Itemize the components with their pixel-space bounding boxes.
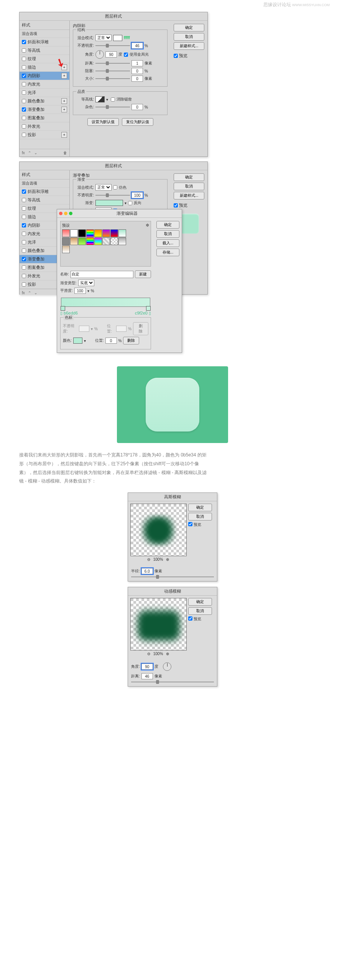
outer-glow-check[interactable] xyxy=(22,124,26,128)
trash-icon[interactable]: 🗑 xyxy=(63,151,67,155)
gradient-picker[interactable] xyxy=(95,200,123,206)
angle-dial[interactable] xyxy=(163,662,171,671)
new-style-button[interactable]: 新建样式... xyxy=(174,42,204,50)
styles-header[interactable]: 样式 xyxy=(20,170,69,180)
preset-swatch[interactable] xyxy=(118,229,126,237)
satin-check[interactable] xyxy=(22,91,26,95)
zoom-icon[interactable] xyxy=(69,212,72,215)
noise-value[interactable]: 0 xyxy=(131,104,143,110)
distance-slider[interactable] xyxy=(95,63,130,64)
preset-swatch[interactable] xyxy=(62,245,70,253)
style-pattern[interactable]: 图案叠加 xyxy=(20,114,69,122)
close-icon[interactable] xyxy=(59,212,62,215)
distance-value[interactable]: 46 xyxy=(141,673,153,679)
cancel-button[interactable]: 取消 xyxy=(174,183,204,190)
angle-value[interactable]: 90 xyxy=(105,51,117,58)
blend-options[interactable]: 混合选项 xyxy=(20,180,69,188)
style-drop-shadow[interactable]: 投影+ xyxy=(20,131,69,139)
zoom-out-icon[interactable]: ⊖ xyxy=(147,652,150,656)
texture-check[interactable] xyxy=(22,57,26,61)
gear-icon[interactable]: ✲ xyxy=(146,223,149,229)
delete-button[interactable]: 删除 xyxy=(123,337,139,344)
load-button[interactable]: 载入... xyxy=(156,239,179,247)
ok-button[interactable]: 确定 xyxy=(156,221,179,229)
arrow-down-icon[interactable]: ⌄ xyxy=(34,151,37,155)
style-inner-glow[interactable]: 内发光 xyxy=(20,80,69,89)
save-button[interactable]: 存储... xyxy=(156,249,179,256)
preset-swatch[interactable] xyxy=(102,229,110,237)
styles-header[interactable]: 样式 xyxy=(20,21,69,30)
add-icon[interactable]: + xyxy=(61,64,67,70)
preset-swatch[interactable] xyxy=(94,237,102,245)
new-style-button[interactable]: 新建样式... xyxy=(174,192,204,199)
distance-slider[interactable] xyxy=(131,682,214,682)
ok-button[interactable]: 确定 xyxy=(188,598,212,606)
anti-alias-check[interactable] xyxy=(111,97,115,102)
pattern-check[interactable] xyxy=(22,116,26,120)
preset-swatch[interactable] xyxy=(78,237,86,245)
fx-icon[interactable]: fx xyxy=(22,151,25,155)
cancel-button[interactable]: 取消 xyxy=(156,230,179,238)
preview-toggle[interactable]: 预览 xyxy=(188,616,212,622)
cancel-button[interactable]: 取消 xyxy=(188,607,212,615)
color-stop-right[interactable] xyxy=(146,306,151,311)
preset-swatch[interactable] xyxy=(110,229,118,237)
radius-value[interactable]: 6.0 xyxy=(141,568,153,574)
style-stroke[interactable]: 描边+ xyxy=(20,63,69,72)
preset-swatch[interactable] xyxy=(70,229,78,237)
arrow-up-icon[interactable]: ⌃ xyxy=(28,151,31,155)
opacity-slider[interactable] xyxy=(95,45,130,46)
color-picker[interactable] xyxy=(73,338,82,344)
cancel-button[interactable]: 取消 xyxy=(188,513,212,520)
style-contour[interactable]: 等高线 xyxy=(20,196,69,204)
ok-button[interactable]: 确定 xyxy=(174,173,204,181)
set-default-button[interactable]: 设置为默认值 xyxy=(87,118,119,126)
name-input[interactable] xyxy=(71,271,133,278)
size-value[interactable]: 0 xyxy=(131,76,143,82)
preset-swatch[interactable] xyxy=(118,237,126,245)
bevel-check[interactable] xyxy=(22,40,26,44)
opacity-value[interactable]: 100 xyxy=(131,192,143,198)
style-bevel[interactable]: 斜面和浮雕 xyxy=(20,188,69,196)
inner-shadow-check[interactable] xyxy=(22,74,26,78)
drop-check[interactable] xyxy=(22,133,26,137)
angle-dial[interactable] xyxy=(95,50,104,59)
style-contour[interactable]: 等高线 xyxy=(20,46,69,55)
preset-swatch[interactable] xyxy=(78,229,86,237)
preset-swatch[interactable] xyxy=(70,237,78,245)
zoom-in-icon[interactable]: ⊕ xyxy=(166,557,169,562)
ok-button[interactable]: 确定 xyxy=(188,504,212,511)
preview-toggle[interactable]: 预览 xyxy=(174,203,204,208)
zoom-in-icon[interactable]: ⊕ xyxy=(166,652,169,656)
add-icon[interactable]: + xyxy=(61,132,67,138)
style-texture[interactable]: 纹理 xyxy=(20,55,69,63)
opacity-slider[interactable] xyxy=(95,195,130,196)
style-color-overlay[interactable]: 颜色叠加+ xyxy=(20,97,69,105)
style-bevel[interactable]: 斜面和浮雕 xyxy=(20,38,69,46)
preset-swatch[interactable] xyxy=(62,237,70,245)
cancel-button[interactable]: 取消 xyxy=(174,33,204,41)
preset-swatch[interactable] xyxy=(102,237,110,245)
size-slider[interactable] xyxy=(95,78,130,79)
global-light-check[interactable] xyxy=(124,53,128,57)
blend-mode-select[interactable]: 正常 xyxy=(95,184,112,191)
preset-swatch[interactable] xyxy=(110,237,118,245)
new-button[interactable]: 新建 xyxy=(135,270,151,278)
blend-options[interactable]: 混合选项 xyxy=(20,30,69,38)
style-gradient-overlay[interactable]: 渐变叠加+ xyxy=(20,105,69,114)
color-swatch[interactable] xyxy=(113,35,122,41)
stroke-check[interactable] xyxy=(22,65,26,69)
preset-swatch[interactable] xyxy=(86,229,94,237)
radius-slider[interactable] xyxy=(131,576,214,577)
preset-swatch[interactable] xyxy=(62,229,70,237)
style-inner-shadow[interactable]: 内阴影+ xyxy=(20,72,69,80)
ok-button[interactable]: 确定 xyxy=(174,24,204,31)
distance-value[interactable]: 1 xyxy=(131,60,143,66)
reverse-check[interactable] xyxy=(128,201,132,205)
blend-mode-select[interactable]: 正常 xyxy=(95,35,112,41)
preview-toggle[interactable]: 预览 xyxy=(188,522,212,527)
color-stop-left[interactable] xyxy=(61,306,65,311)
add-icon[interactable]: + xyxy=(61,73,67,79)
noise-slider[interactable] xyxy=(95,107,130,107)
choke-slider[interactable] xyxy=(95,71,130,71)
